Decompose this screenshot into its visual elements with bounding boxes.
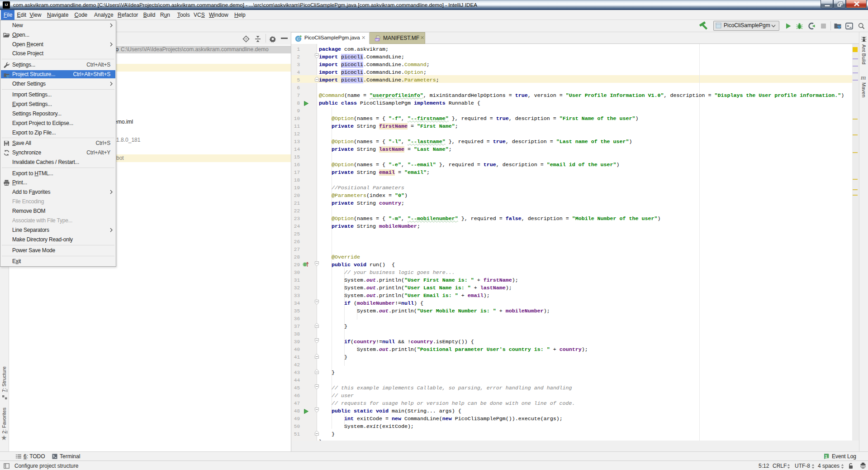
svg-text:C: C xyxy=(297,36,300,41)
svg-text:1: 1 xyxy=(825,454,827,459)
svg-text:MF: MF xyxy=(375,38,379,41)
svg-text:I: I xyxy=(304,263,306,267)
